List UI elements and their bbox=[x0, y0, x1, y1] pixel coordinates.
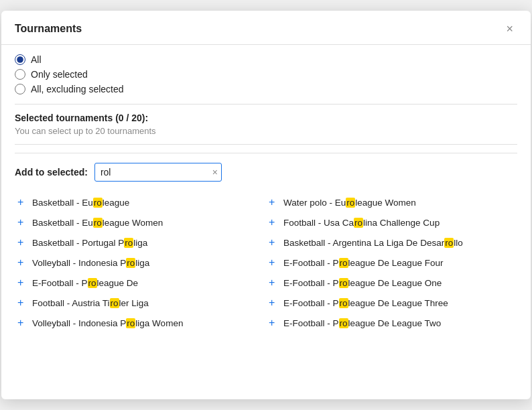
radio-only-selected[interactable]: Only selected bbox=[15, 69, 517, 80]
add-plus-icon[interactable]: + bbox=[269, 217, 278, 228]
divider-1 bbox=[15, 104, 517, 105]
list-item[interactable]: +Football - Austria Tiroler Liga bbox=[15, 293, 266, 313]
modal-title: Tournaments bbox=[15, 23, 82, 35]
result-text: Basketball - Portugal Proliga bbox=[32, 238, 147, 248]
add-plus-icon[interactable]: + bbox=[269, 257, 278, 268]
list-item[interactable]: +Basketball - Euroleague bbox=[15, 192, 266, 212]
filter-radio-group: All Only selected All, excluding selecte… bbox=[15, 54, 517, 94]
search-input[interactable] bbox=[94, 163, 222, 182]
results-grid: +Basketball - Euroleague+Water polo - Eu… bbox=[15, 192, 517, 333]
add-plus-icon[interactable]: + bbox=[17, 297, 27, 308]
add-plus-icon[interactable]: + bbox=[17, 277, 27, 288]
modal-body: All Only selected All, excluding selecte… bbox=[1, 45, 531, 340]
add-plus-icon[interactable]: + bbox=[269, 297, 278, 308]
result-text: E-Football - Proleague De League One bbox=[283, 278, 442, 288]
add-plus-icon[interactable]: + bbox=[269, 197, 278, 208]
list-item[interactable]: +E-Football - Proleague De bbox=[15, 273, 266, 293]
close-button[interactable]: × bbox=[502, 21, 517, 36]
add-label: Add to selected: bbox=[15, 167, 88, 178]
add-plus-icon[interactable]: + bbox=[17, 318, 27, 328]
list-item[interactable]: +E-Football - Proleague De League Four bbox=[266, 253, 517, 273]
result-text: Football - Austria Tiroler Liga bbox=[32, 298, 149, 308]
add-plus-icon[interactable]: + bbox=[269, 318, 278, 328]
add-plus-icon[interactable]: + bbox=[17, 257, 27, 268]
list-item[interactable]: +E-Football - Proleague De League Two bbox=[266, 313, 517, 333]
list-item[interactable]: +Basketball - Euroleague Women bbox=[15, 212, 266, 232]
result-text: E-Football - Proleague De bbox=[32, 278, 138, 288]
clear-search-button[interactable]: × bbox=[212, 167, 218, 177]
result-text: Basketball - Euroleague Women bbox=[32, 218, 163, 228]
radio-all[interactable]: All bbox=[15, 54, 517, 65]
list-item[interactable]: +Basketball - Argentina La Liga De Desar… bbox=[266, 232, 517, 253]
result-text: Basketball - Argentina La Liga De Desarr… bbox=[283, 238, 463, 248]
radio-all-excluding-input[interactable] bbox=[15, 84, 25, 94]
add-plus-icon[interactable]: + bbox=[17, 237, 27, 248]
list-item[interactable]: +Volleyball - Indonesia Proliga bbox=[15, 253, 266, 273]
selected-hint: You can select up to 20 tournaments bbox=[15, 126, 517, 136]
add-plus-icon[interactable]: + bbox=[17, 197, 27, 208]
list-item[interactable]: +Volleyball - Indonesia Proliga Women bbox=[15, 313, 266, 333]
radio-all-excluding[interactable]: All, excluding selected bbox=[15, 84, 517, 94]
add-plus-icon[interactable]: + bbox=[17, 217, 27, 228]
tournaments-modal: Tournaments × All Only selected All, exc… bbox=[1, 11, 531, 399]
list-item[interactable]: +E-Football - Proleague De League One bbox=[266, 273, 517, 293]
list-item[interactable]: +E-Football - Proleague De League Three bbox=[266, 293, 517, 313]
result-text: E-Football - Proleague De League Two bbox=[283, 318, 441, 328]
radio-only-selected-input[interactable] bbox=[15, 69, 25, 80]
list-item[interactable]: +Basketball - Portugal Proliga bbox=[15, 232, 266, 253]
result-text: Water polo - Euroleague Women bbox=[283, 198, 416, 208]
radio-only-selected-label: Only selected bbox=[31, 69, 88, 80]
add-row: Add to selected: × bbox=[15, 153, 517, 182]
radio-all-label: All bbox=[31, 54, 42, 65]
result-text: Football - Usa Carolina Challenge Cup bbox=[283, 218, 440, 228]
divider-2 bbox=[15, 144, 517, 145]
result-text: Volleyball - Indonesia Proliga bbox=[32, 258, 149, 268]
add-plus-icon[interactable]: + bbox=[269, 277, 278, 288]
result-text: Basketball - Euroleague bbox=[32, 198, 129, 208]
list-item[interactable]: +Football - Usa Carolina Challenge Cup bbox=[266, 212, 517, 232]
radio-all-excluding-label: All, excluding selected bbox=[31, 84, 124, 94]
result-text: Volleyball - Indonesia Proliga Women bbox=[32, 318, 183, 328]
selected-header: Selected tournaments (0 / 20): bbox=[15, 113, 517, 123]
result-text: E-Football - Proleague De League Four bbox=[283, 258, 443, 268]
list-item[interactable]: +Water polo - Euroleague Women bbox=[266, 192, 517, 212]
search-input-wrap: × bbox=[94, 163, 222, 182]
radio-all-input[interactable] bbox=[15, 54, 25, 65]
add-plus-icon[interactable]: + bbox=[269, 237, 278, 248]
modal-header: Tournaments × bbox=[1, 11, 531, 45]
result-text: E-Football - Proleague De League Three bbox=[283, 298, 448, 308]
